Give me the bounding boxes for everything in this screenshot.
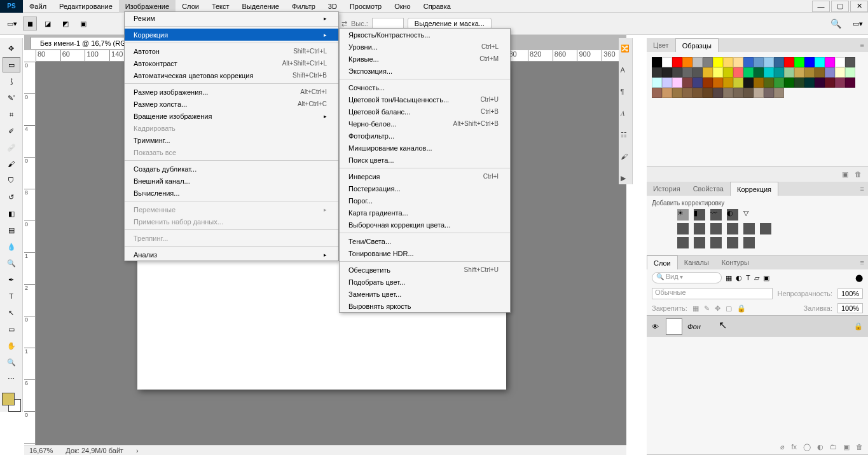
swatch[interactable] [703, 78, 713, 88]
shape-tool[interactable]: ▭ [3, 322, 20, 337]
status-chevron-icon[interactable]: › [136, 447, 139, 454]
menubar-item-4[interactable]: Текст [205, 0, 236, 13]
panel-menu-icon[interactable]: ≡ [860, 259, 868, 266]
corr-menu-item-20[interactable]: Тонирование HDR... [340, 247, 510, 259]
image-menu-item-9[interactable]: Размер холста...Alt+Ctrl+C [125, 98, 338, 110]
swatch[interactable] [692, 67, 703, 78]
char-a-icon[interactable]: A [621, 66, 631, 76]
lut-icon[interactable] [760, 223, 771, 234]
tab-layers[interactable]: Слои [647, 255, 678, 269]
swatch[interactable] [703, 67, 713, 78]
layer-name[interactable]: Фон [687, 323, 701, 330]
image-menu-item-6[interactable]: Автоматическая цветовая коррекцияShift+C… [125, 69, 338, 81]
swatch[interactable] [652, 57, 662, 67]
new-group-icon[interactable]: 🗀 [830, 443, 837, 451]
invert-icon[interactable] [677, 237, 689, 248]
image-menu-item-0[interactable]: Режим [125, 12, 338, 24]
visibility-toggle-icon[interactable]: 👁 [652, 323, 661, 330]
corr-menu-item-9[interactable]: Фотофильтр... [340, 130, 510, 142]
lock-position-icon[interactable]: ✥ [715, 304, 720, 313]
eyedropper-tool[interactable]: ✐ [3, 123, 20, 139]
menubar-item-1[interactable]: Редактирование [53, 0, 119, 13]
corr-menu-item-2[interactable]: Кривые...Ctrl+M [340, 53, 510, 65]
tab-channels[interactable]: Каналы [678, 255, 715, 269]
levels-icon[interactable]: ▮ [694, 209, 705, 221]
swatch[interactable] [682, 57, 692, 67]
swatch[interactable] [692, 78, 703, 88]
swatch[interactable] [784, 78, 794, 88]
move-tool[interactable]: ✥ [3, 41, 20, 56]
layer-filter-select[interactable]: 🔍 Вид ▾ [652, 272, 722, 283]
minimize-button[interactable]: — [812, 1, 830, 12]
brush-tool[interactable]: 🖌 [3, 156, 20, 172]
swatch[interactable] [845, 67, 855, 78]
lasso-tool[interactable]: ⟆ [3, 74, 20, 89]
swatch[interactable] [794, 57, 804, 67]
marquee-tool[interactable]: ▭ [3, 57, 20, 72]
type-tool[interactable]: T [3, 289, 20, 304]
swatch[interactable] [845, 78, 855, 88]
lock-artboard-icon[interactable]: ▢ [726, 304, 732, 313]
tab-color[interactable]: Цвет [647, 38, 675, 52]
swatch[interactable] [682, 88, 692, 98]
foreground-color-swatch[interactable] [2, 393, 15, 405]
swatch[interactable] [652, 78, 662, 88]
lock-all-icon[interactable]: 🔒 [737, 304, 746, 313]
swatch[interactable] [754, 67, 764, 78]
swatch[interactable] [774, 67, 784, 78]
stamp-tool[interactable]: ⛉ [3, 173, 20, 188]
swatch[interactable] [774, 57, 784, 67]
layer-fx-icon[interactable]: fx [791, 443, 797, 451]
corr-menu-item-14[interactable]: Постеризация... [340, 182, 510, 194]
layer-row[interactable]: 👁 Фон 🔒 [647, 315, 868, 337]
play-icon[interactable]: ▶ [621, 174, 631, 184]
swatch[interactable] [682, 78, 692, 88]
crop-tool[interactable]: ⌗ [3, 107, 20, 122]
image-menu-item-16[interactable]: Внешний канал... [125, 175, 338, 187]
swatch[interactable] [754, 57, 764, 67]
corr-menu-item-10[interactable]: Микширование каналов... [340, 142, 510, 154]
swatch[interactable] [794, 78, 804, 88]
tab-paths[interactable]: Контуры [715, 255, 755, 269]
swatch[interactable] [733, 57, 743, 67]
swatch[interactable] [713, 57, 723, 67]
swatch[interactable] [764, 88, 774, 98]
swatch[interactable] [794, 67, 804, 78]
balance-icon[interactable] [694, 223, 705, 234]
menubar-item-5[interactable]: Выделение [236, 0, 286, 13]
swatch[interactable] [815, 67, 825, 78]
filter-toggle[interactable]: ⬤ [855, 274, 863, 282]
swatch[interactable] [672, 67, 682, 78]
swatch[interactable] [733, 67, 743, 78]
corr-menu-item-0[interactable]: Яркость/Контрастность... [340, 29, 510, 41]
swatch[interactable] [713, 78, 723, 88]
swatch[interactable] [804, 67, 815, 78]
swatch[interactable] [764, 78, 774, 88]
pen-tool[interactable]: ✒ [3, 272, 20, 287]
swatch[interactable] [774, 88, 784, 98]
menubar-item-6[interactable]: Фильтр [286, 0, 322, 13]
selection-new-icon[interactable]: ◼ [23, 17, 37, 31]
image-menu-item-15[interactable]: Создать дубликат... [125, 163, 338, 175]
swatch[interactable] [672, 88, 682, 98]
paragraph-icon[interactable]: ¶ [621, 88, 631, 98]
swatch[interactable] [662, 57, 672, 67]
panel-menu-icon[interactable]: ≡ [860, 185, 868, 193]
corr-menu-item-11[interactable]: Поиск цвета... [340, 154, 510, 166]
healing-tool[interactable]: 🩹 [3, 140, 20, 155]
swatch[interactable] [723, 67, 733, 78]
swatch[interactable] [662, 78, 672, 88]
swatch[interactable] [804, 57, 815, 67]
corr-menu-item-25[interactable]: Выровнять яркость [340, 300, 510, 312]
zoom-tool[interactable]: 🔍 [3, 355, 20, 370]
gradient-tool[interactable]: ▤ [3, 222, 20, 238]
swatch[interactable] [692, 57, 703, 67]
swatch[interactable] [764, 67, 774, 78]
selection-intersect-icon[interactable]: ▣ [76, 17, 90, 31]
selective-icon[interactable] [743, 237, 755, 248]
swatch[interactable] [784, 67, 794, 78]
workspace-icon[interactable]: ▭▾ [853, 20, 863, 28]
swatch[interactable] [652, 88, 662, 98]
corr-menu-item-15[interactable]: Порог... [340, 194, 510, 207]
corr-menu-item-22[interactable]: ОбесцветитьShift+Ctrl+U [340, 264, 510, 276]
